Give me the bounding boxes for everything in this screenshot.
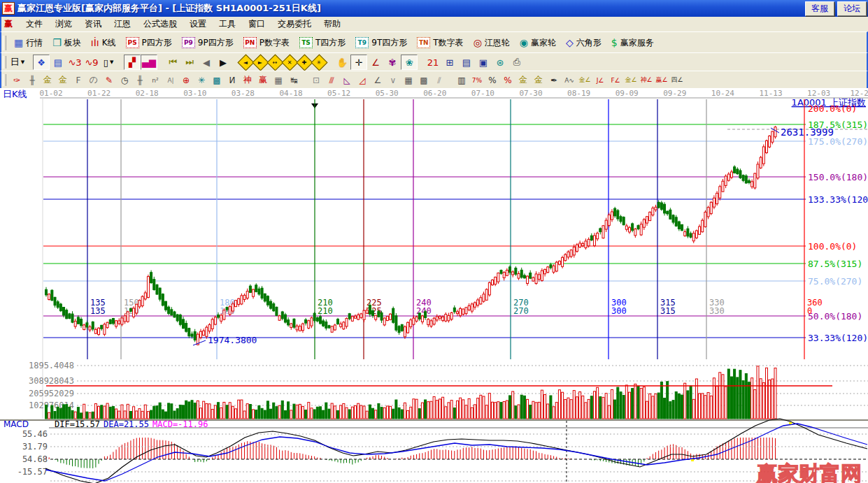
menu-item-7[interactable]: 工具	[213, 17, 242, 31]
draw-tool-angle-a[interactable]: A|	[163, 73, 178, 87]
toolbar-button-9t-square[interactable]: T99T四方形	[350, 35, 412, 51]
toolbar-button-winner-wheel[interactable]: ◉赢家轮	[515, 35, 561, 51]
draw-tool-star-web[interactable]: ✳	[194, 73, 209, 87]
draw-tool-gold-line[interactable]: 金	[531, 73, 546, 87]
draw-tool-a-wave[interactable]: A∿	[562, 73, 577, 87]
draw-tool-number-grid[interactable]: ▦	[271, 73, 286, 87]
icon-button-notes[interactable]: ▤	[458, 55, 475, 70]
menu-item-9[interactable]: 交易委托	[271, 17, 318, 31]
draw-tool-zigzag[interactable]: ∨	[385, 73, 401, 87]
diamond-button-zoom-star[interactable]: ✳	[311, 54, 327, 71]
draw-tool-f-comb[interactable]: F	[71, 73, 86, 87]
draw-tool-box-tool[interactable]: ⊡	[308, 73, 324, 87]
draw-tool-n-squared[interactable]: n²	[148, 73, 163, 87]
draw-tool-scale-tool[interactable]: ▥	[454, 73, 469, 87]
toolbar-button-p-square[interactable]: PSP四方形	[121, 35, 177, 51]
draw-tool-web-square[interactable]: ▩	[209, 73, 225, 87]
draw-tool-shen-angle[interactable]: 神∠	[639, 73, 654, 87]
draw-tool-j-angle[interactable]: J∠	[592, 73, 608, 87]
toolbar-button-sectors[interactable]: ❒板块	[48, 35, 86, 51]
draw-tool-grid-b[interactable]: ▩	[416, 73, 432, 87]
draw-tool-pen-2[interactable]: ✎	[101, 73, 117, 87]
icon-button-histogram-view[interactable]: ▄▆	[141, 55, 157, 70]
icon-button-net-view[interactable]: ❖	[33, 55, 50, 70]
menu-item-10[interactable]: 帮助	[318, 17, 347, 31]
icon-button-wave-3[interactable]: ∿3	[66, 55, 83, 70]
draw-tool-clock-circle[interactable]: ◷	[117, 73, 132, 87]
toolbar-button-hexagon[interactable]: ◇六角形	[561, 35, 606, 51]
candle-body	[622, 217, 625, 225]
icon-button-hand-tool[interactable]: ✋	[334, 55, 350, 70]
icon-button-wave-9[interactable]: ∿9	[83, 55, 100, 70]
toolbar-button-t-square[interactable]: TST四方形	[294, 35, 350, 51]
draw-tool-fan-box[interactable]: ◺	[339, 73, 355, 87]
toolbar-button-t-number[interactable]: TNT数字表	[412, 35, 468, 51]
icon-button-calendar[interactable]: 21	[425, 55, 441, 70]
draw-tool-ying-angle[interactable]: 赢∠	[654, 73, 669, 87]
icon-button-go-next[interactable]: ▶	[215, 55, 232, 70]
draw-tool-fan-box-2[interactable]: ◿	[355, 73, 370, 87]
toolbar-grip[interactable]	[3, 36, 6, 50]
candle-body	[241, 296, 243, 304]
draw-tool-gold-comb-2[interactable]: 金	[55, 73, 71, 87]
draw-tool-percent-line[interactable]: %	[500, 73, 515, 87]
icon-button-info-doc[interactable]: ▤	[50, 55, 66, 70]
toolbar-button-winner-service[interactable]: $赢家服务	[606, 35, 659, 51]
toolbar-button-p-number[interactable]: PNP数字表	[239, 35, 294, 51]
draw-tool-spiral[interactable]: の	[86, 73, 101, 87]
kline-chart[interactable]: 01-0201-2202-1803-1003-2804-1805-1205-30…	[0, 88, 868, 483]
draw-tool-gold-angle-2[interactable]: 金∠	[623, 73, 639, 87]
icon-button-candle-style[interactable]: ▯▼	[100, 55, 117, 70]
draw-tool-gold-comb[interactable]: 金	[40, 73, 55, 87]
icon-button-printer[interactable]: ⎙	[508, 55, 525, 70]
draw-tool-seven-pct[interactable]: 7%	[469, 73, 485, 87]
icon-button-period-day[interactable]: 日▼	[9, 55, 26, 70]
draw-tool-ying-grid[interactable]: 赢	[255, 73, 271, 87]
menu-item-2[interactable]: 浏览	[49, 17, 78, 31]
toolbar-button-kline[interactable]: ıİıK线	[86, 35, 121, 51]
icon-button-brain-tool[interactable]: ❀	[401, 55, 418, 70]
toolbar-button-gann-wheel[interactable]: ◎江恩轮	[469, 35, 515, 51]
icon-button-crosshair-tool[interactable]: ✛	[350, 55, 367, 70]
draw-tool-gold-circle[interactable]: 金	[515, 73, 531, 87]
volume-bars[interactable]: 1895.4048308928043205952029102976014	[29, 361, 868, 419]
draw-tool-parallel-lines[interactable]: ⫽	[432, 73, 447, 87]
menu-item-3[interactable]: 资讯	[78, 17, 108, 31]
draw-tool-shen-grid[interactable]: 神	[240, 73, 255, 87]
icon-button-go-prev[interactable]: ◀	[198, 55, 215, 70]
icon-button-world-time[interactable]: ⊛	[492, 55, 508, 70]
draw-tool-grid-a[interactable]: ▦	[401, 73, 416, 87]
toolbar-button-9p-square[interactable]: P99P四方形	[177, 35, 239, 51]
draw-tool-comb[interactable]: ╫	[24, 73, 40, 87]
draw-tool-span-arrows[interactable]: ↹	[286, 73, 301, 87]
draw-tool-gann-pen[interactable]: ✑	[9, 73, 24, 87]
toolbar-grip[interactable]	[3, 56, 6, 69]
draw-tool-pen-measure[interactable]: ✒	[546, 73, 562, 87]
toolbar-button-quotes[interactable]: ▦行情	[9, 35, 48, 51]
menu-item-5[interactable]: 公式选股	[137, 17, 183, 31]
icon-button-angle-tool[interactable]: ∠	[367, 55, 384, 70]
menu-item-8[interactable]: 窗口	[242, 17, 271, 31]
draw-tool-four-angle[interactable]: 四∠	[669, 73, 685, 87]
menu-item-6[interactable]: 设置	[183, 17, 213, 31]
draw-tool-f-angle[interactable]: F∠	[608, 73, 623, 87]
customer-service-button[interactable]: 客服	[805, 1, 834, 16]
icon-button-save[interactable]: ▣	[475, 55, 492, 70]
icon-button-calculator[interactable]: ⊞	[441, 55, 458, 70]
draw-tool-wave-i[interactable]: И	[225, 73, 240, 87]
draw-tool-percent[interactable]: %	[485, 73, 500, 87]
icon-button-go-first[interactable]: ⏮	[164, 55, 181, 70]
draw-tool-gold-angle[interactable]: 金∠	[577, 73, 592, 87]
icon-button-pattern-view[interactable]: ▞	[124, 55, 141, 70]
draw-tool-comb-2[interactable]: ╫	[132, 73, 148, 87]
toolbar-grip[interactable]	[3, 74, 6, 87]
draw-tool-circle-cross[interactable]: ⊕	[178, 73, 194, 87]
icon-button-go-last[interactable]: ⏭	[181, 55, 198, 70]
menu-item-1[interactable]: 文件	[20, 17, 49, 31]
volume-bar	[366, 411, 368, 419]
icon-button-flower-tool[interactable]: ✾	[384, 55, 401, 70]
forum-button[interactable]: 论坛	[837, 1, 867, 16]
draw-tool-angle-lines[interactable]: ∠	[370, 73, 385, 87]
draw-tool-fan-lines[interactable]: ⫻	[324, 73, 339, 87]
menu-item-4[interactable]: 江恩	[108, 17, 137, 31]
